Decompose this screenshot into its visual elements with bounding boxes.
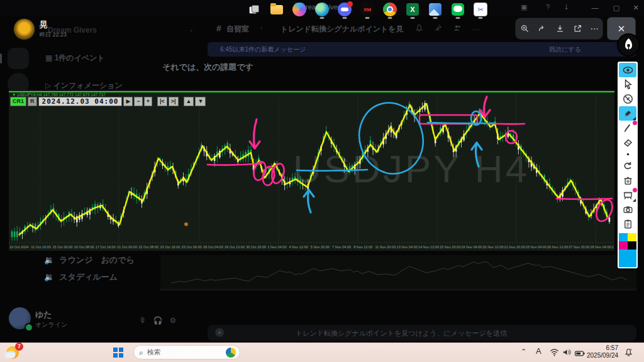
- xm-app-button[interactable]: XM: [360, 2, 375, 17]
- chart-nav-button[interactable]: −: [134, 97, 142, 106]
- tool-pen-off[interactable]: [619, 92, 636, 106]
- header-icons[interactable]: ⋯: [415, 24, 480, 34]
- voice-channel-2[interactable]: 🔉スタディルーム: [44, 272, 118, 283]
- chart-nav-button[interactable]: +: [144, 97, 152, 106]
- tool-screenshot[interactable]: [619, 202, 636, 217]
- copilot-button[interactable]: [292, 2, 307, 17]
- svg-text:4 Nov 12:00: 4 Nov 12:00: [289, 245, 308, 249]
- color-swatch[interactable]: [619, 241, 628, 250]
- server-pill-indicator: [0, 53, 2, 63]
- zoom-in-icon[interactable]: [520, 24, 530, 33]
- chart-toolbar-buttons: ▶−+|<>|▲▼: [123, 97, 206, 106]
- maximize-button[interactable]: ▢: [611, 3, 621, 13]
- candlestick-plot[interactable]: USDJPY H4✱10 Oct 202411 Oct 16:0015 Oct …: [9, 94, 614, 250]
- color-swatch[interactable]: [628, 241, 636, 250]
- tool-trash[interactable]: [619, 173, 636, 188]
- svg-text:5 Nov 20:00: 5 Nov 20:00: [311, 245, 330, 249]
- attach-plus-icon[interactable]: +: [215, 328, 224, 337]
- voice-channel-1[interactable]: 🔉ラウンジ おのでら: [44, 255, 135, 266]
- message-input[interactable]: + トレンド転換シグナルポイントを見つけよう、にメッセージを送信: [208, 325, 636, 341]
- tool-size-dot[interactable]: [619, 150, 636, 159]
- color-swatch[interactable]: [619, 233, 628, 241]
- mouse-cursor-marker: ✱: [184, 221, 189, 228]
- battery-icon[interactable]: [575, 348, 585, 359]
- file-explorer-button[interactable]: [269, 2, 284, 17]
- chart-r-button[interactable]: R: [28, 97, 37, 106]
- chevron-down-icon[interactable]: ⌄: [189, 26, 194, 33]
- mark-read-button[interactable]: 既読にする: [549, 45, 581, 54]
- new-messages-bar[interactable]: 6:45以来1件の新着メッセージ 既読にする: [208, 42, 636, 57]
- notification-bell-icon[interactable]: z: [624, 348, 633, 359]
- update-icon[interactable]: ⭣: [565, 3, 568, 11]
- svg-text:16 Oct 08:00: 16 Oct 08:00: [74, 245, 94, 249]
- svg-text:28 Oct 04:00: 28 Oct 04:00: [203, 245, 223, 249]
- snipping-tool-button[interactable]: ✂: [473, 2, 488, 17]
- user-status: オンライン: [35, 321, 67, 329]
- chart-nav-button[interactable]: ▲: [184, 97, 194, 106]
- tool-pencil[interactable]: [619, 121, 636, 135]
- mic-icon[interactable]: 🎙: [137, 316, 148, 327]
- epic-pen-logo[interactable]: [618, 35, 639, 55]
- chart-nav-button[interactable]: ▶: [123, 97, 133, 106]
- volume-icon[interactable]: [562, 348, 572, 359]
- tool-whiteboard[interactable]: [619, 188, 636, 202]
- wifi-icon[interactable]: [550, 348, 559, 359]
- ime-indicator[interactable]: A: [536, 346, 541, 356]
- forward-icon[interactable]: [538, 24, 547, 33]
- pen-nib-icon: [618, 35, 639, 55]
- chrome-button[interactable]: [382, 2, 397, 17]
- chart-nav-button[interactable]: >|: [169, 97, 179, 106]
- close-button[interactable]: ✕: [631, 3, 641, 13]
- discord-taskbar-button[interactable]: [337, 2, 352, 17]
- chart-nav-button[interactable]: |<: [157, 97, 167, 106]
- tool-highlighter[interactable]: [619, 106, 636, 121]
- server-icon-1[interactable]: [8, 48, 29, 69]
- tool-cursor[interactable]: [619, 77, 636, 92]
- channel-name[interactable]: 自習室: [226, 24, 249, 35]
- color-swatch[interactable]: [628, 233, 636, 241]
- members-icon[interactable]: [453, 24, 462, 32]
- tool-undo[interactable]: [619, 159, 636, 173]
- inbox-icon[interactable]: ▣: [521, 3, 527, 11]
- open-external-icon[interactable]: [573, 24, 582, 33]
- avatar[interactable]: [13, 18, 35, 40]
- submenu-corner: [633, 117, 636, 120]
- svg-text:29 Oct 12:00: 29 Oct 12:00: [225, 245, 245, 249]
- taskbar-clock[interactable]: 6:57 2025/09/24: [587, 344, 618, 359]
- chart-datetime-field[interactable]: 2024.12.03 04:00: [38, 97, 123, 106]
- chat-message: それでは、次の課題です: [162, 62, 253, 73]
- headphones-icon[interactable]: 🎧: [152, 316, 164, 327]
- minimize-button[interactable]: —: [590, 3, 600, 13]
- line-app-button[interactable]: [450, 2, 465, 17]
- tool-eraser[interactable]: [619, 135, 636, 150]
- photos-button[interactable]: [428, 2, 443, 17]
- task-view-button[interactable]: [247, 2, 262, 17]
- edge-button[interactable]: [314, 2, 330, 17]
- excel-button[interactable]: X: [405, 2, 420, 17]
- color-swatches: [619, 233, 636, 267]
- more-options-icon[interactable]: ⋯: [591, 24, 599, 33]
- search-icon: ⌕: [139, 348, 143, 357]
- message-author[interactable]: 晃: [40, 19, 48, 31]
- svg-text:13 Nov 04:00: 13 Nov 04:00: [397, 245, 418, 249]
- mini-overview-chart: [160, 255, 636, 290]
- speaker-icon: 🔉: [44, 255, 54, 265]
- taskbar-search[interactable]: ⌕ 検索: [133, 345, 240, 359]
- tool-visibility[interactable]: [619, 63, 636, 77]
- help-icon[interactable]: ?: [546, 3, 550, 11]
- chart-mode-button[interactable]: CR1: [10, 97, 26, 106]
- taskbar: [0, 343, 644, 362]
- tool-clipboard[interactable]: [619, 217, 636, 231]
- pin-icon[interactable]: [434, 24, 442, 32]
- chart-nav-button[interactable]: ▼: [195, 97, 206, 106]
- bell-icon[interactable]: [415, 24, 423, 32]
- sidebar-item-events[interactable]: ▦ 1件のイベント: [45, 53, 105, 63]
- settings-gear-icon[interactable]: ⚙: [167, 316, 179, 327]
- header-more-icon[interactable]: ⋯: [472, 25, 480, 34]
- discord-badge: [347, 1, 353, 7]
- download-icon[interactable]: [555, 24, 565, 33]
- start-button[interactable]: [113, 348, 123, 358]
- current-color-swatch[interactable]: [619, 250, 636, 267]
- tray-chevron-icon[interactable]: ⌃: [521, 348, 526, 356]
- thread-name[interactable]: トレンド転換シグナルポイントを見: [280, 24, 404, 35]
